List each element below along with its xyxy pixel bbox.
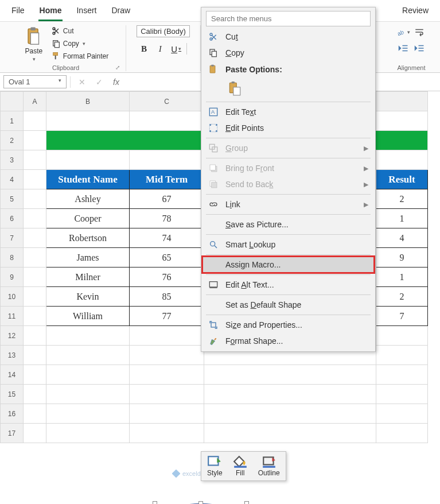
row-header[interactable]: 4 — [1, 170, 24, 189]
menu-format-shape[interactable]: Format Shape... — [203, 333, 374, 349]
row-header[interactable]: 15 — [1, 385, 24, 404]
table-cell[interactable]: 2 — [376, 287, 428, 307]
table-cell[interactable]: 1 — [376, 267, 428, 287]
resize-handle[interactable] — [198, 501, 203, 504]
wrap-text-button[interactable] — [412, 25, 427, 39]
dialog-launcher-icon[interactable]: ⤢ — [115, 64, 120, 71]
paste-icon — [24, 26, 44, 46]
copy-button[interactable]: Copy▾ — [49, 38, 111, 49]
format-painter-button[interactable]: Format Painter — [49, 51, 111, 62]
resize-handle[interactable] — [153, 501, 157, 504]
tab-insert[interactable]: Insert — [75, 2, 98, 21]
menu-assign-macro[interactable]: Assign Macro... — [203, 257, 374, 273]
table-cell[interactable]: 67 — [130, 189, 204, 209]
table-cell[interactable]: Milner — [46, 267, 130, 287]
paste-button[interactable]: Paste ▾ — [21, 25, 47, 63]
table-cell[interactable]: Cooper — [46, 209, 130, 228]
table-cell[interactable]: Ashley — [46, 189, 130, 209]
menu-edit-text[interactable]: AEdit Text — [203, 104, 374, 120]
col-header-a[interactable]: A — [24, 92, 46, 111]
table-cell[interactable]: James — [46, 248, 130, 267]
row-header[interactable]: 17 — [1, 424, 24, 443]
row-header[interactable]: 3 — [1, 150, 24, 170]
italic-button[interactable]: I — [153, 42, 168, 56]
col-header-hidden[interactable] — [376, 92, 428, 111]
outline-button[interactable]: Outline — [255, 454, 283, 478]
tab-file[interactable]: File — [10, 2, 26, 21]
table-cell[interactable]: 76 — [130, 267, 204, 287]
row-header[interactable]: 13 — [1, 346, 24, 365]
font-name-select[interactable]: Calibri (Body) — [137, 25, 190, 37]
decrease-indent-button[interactable] — [396, 41, 411, 55]
table-cell[interactable]: 85 — [130, 287, 204, 307]
menu-copy[interactable]: Copy — [203, 45, 374, 61]
table-header[interactable]: Student Name — [46, 170, 130, 189]
table-cell[interactable]: 7 — [376, 307, 428, 326]
svg-rect-1 — [30, 27, 36, 30]
paste-special-button[interactable] — [225, 79, 244, 98]
tab-home[interactable]: Home — [38, 2, 63, 21]
col-header-b[interactable]: B — [46, 92, 130, 111]
table-cell[interactable]: 1 — [376, 209, 428, 228]
table-header[interactable]: Mid Term — [130, 170, 204, 189]
row-header[interactable]: 2 — [1, 131, 24, 150]
table-cell[interactable]: 78 — [130, 209, 204, 228]
col-header-c[interactable]: C — [130, 92, 204, 111]
table-cell[interactable]: Kevin — [46, 287, 130, 307]
table-cell[interactable]: 2 — [376, 189, 428, 209]
row-header[interactable]: 5 — [1, 189, 24, 209]
table-cell[interactable]: 65 — [130, 248, 204, 267]
row-header[interactable]: 14 — [1, 365, 24, 385]
chevron-down-icon: ▾ — [83, 41, 85, 46]
select-all-corner[interactable] — [1, 92, 24, 111]
svg-rect-38 — [172, 470, 180, 478]
table-cell[interactable]: 74 — [130, 228, 204, 248]
resize-handle[interactable] — [244, 501, 249, 504]
row-header[interactable]: 12 — [1, 326, 24, 346]
row-header[interactable]: 16 — [1, 404, 24, 424]
tab-review[interactable]: Review — [401, 2, 430, 21]
style-button[interactable]: Style — [204, 454, 226, 478]
table-cell[interactable]: 4 — [376, 228, 428, 248]
table-header[interactable]: Result — [376, 170, 428, 189]
table-cell[interactable]: 77 — [130, 307, 204, 326]
menu-cut[interactable]: Cut — [203, 29, 374, 45]
svg-point-9 — [210, 33, 212, 36]
menu-size-properties[interactable]: Size and Properties... — [203, 317, 374, 333]
bold-button[interactable]: B — [137, 42, 151, 56]
row-header[interactable]: 10 — [1, 287, 24, 307]
submenu-arrow-icon: ▶ — [364, 165, 368, 172]
row-header[interactable]: 11 — [1, 307, 24, 326]
fill-button[interactable]: Fill — [229, 454, 251, 478]
row-header[interactable]: 8 — [1, 248, 24, 267]
menu-set-default-shape[interactable]: Set as Default Shape — [203, 297, 374, 313]
fx-icon[interactable]: fx — [113, 77, 119, 87]
menu-edit-alt-text[interactable]: Edit Alt Text... — [203, 277, 374, 293]
menu-link[interactable]: Link▶ — [203, 196, 374, 212]
table-cell[interactable]: Robertson — [46, 228, 130, 248]
row-header[interactable]: 1 — [1, 111, 24, 131]
table-cell[interactable]: William — [46, 307, 130, 326]
clipboard-group-label: Clipboard — [52, 64, 79, 71]
orientation-button[interactable]: ab▾ — [396, 25, 411, 39]
confirm-icon[interactable]: ✓ — [96, 77, 103, 87]
row-header[interactable]: 9 — [1, 267, 24, 287]
underline-button[interactable]: U▾ — [169, 42, 184, 56]
row-header[interactable]: 7 — [1, 228, 24, 248]
menu-smart-lookup[interactable]: Smart Lookup — [203, 237, 374, 253]
wrap-icon — [414, 27, 425, 37]
row-header[interactable]: 6 — [1, 209, 24, 228]
cancel-icon[interactable]: ✕ — [79, 77, 85, 87]
tab-draw[interactable]: Draw — [110, 2, 131, 21]
svg-point-23 — [209, 130, 211, 132]
svg-text:ab: ab — [396, 29, 405, 37]
increase-indent-button[interactable] — [412, 41, 427, 55]
cut-button[interactable]: Cut — [49, 25, 111, 37]
menu-edit-points[interactable]: Edit Points — [203, 120, 374, 136]
menu-search-input[interactable] — [206, 11, 371, 26]
table-cell[interactable]: 9 — [376, 248, 428, 267]
svg-point-24 — [216, 130, 217, 132]
alignment-group-label: Alignment — [398, 64, 426, 71]
menu-save-as-picture[interactable]: Save as Picture... — [203, 216, 374, 232]
name-box[interactable]: Oval 1 ▾ — [3, 75, 67, 88]
